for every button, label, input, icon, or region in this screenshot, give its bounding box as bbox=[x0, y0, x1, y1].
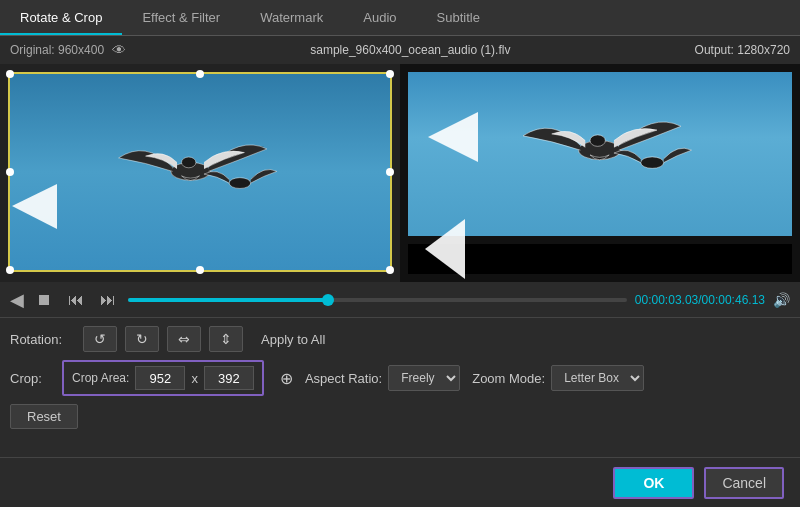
original-resolution: Original: 960x400 bbox=[10, 43, 104, 57]
tab-effect-filter[interactable]: Effect & Filter bbox=[122, 2, 240, 35]
rotate-right-btn[interactable]: ↻ bbox=[125, 326, 159, 352]
crop-area-label: Crop Area: bbox=[72, 371, 129, 385]
tab-audio[interactable]: Audio bbox=[343, 2, 416, 35]
progress-thumb[interactable] bbox=[322, 294, 334, 306]
svg-point-4 bbox=[590, 135, 605, 146]
filename: sample_960x400_ocean_audio (1).flv bbox=[310, 43, 510, 57]
transport-bar: ◀ ⏹ ⏮ ⏭ 00:00:03.03/00:00:46.13 🔊 bbox=[0, 282, 800, 318]
output-resolution: Output: 1280x720 bbox=[695, 43, 790, 57]
tab-rotate-crop[interactable]: Rotate & Crop bbox=[0, 2, 122, 35]
arrow-left-side bbox=[2, 184, 57, 232]
crop-width-spinbox[interactable] bbox=[135, 366, 185, 390]
progress-bar[interactable] bbox=[128, 298, 627, 302]
aspect-ratio-group: Aspect Ratio: Freely bbox=[305, 365, 460, 391]
apply-to-all-btn[interactable]: Apply to All bbox=[261, 332, 325, 347]
crop-row: Crop: Crop Area: x ⊕ Aspect Ratio: Freel… bbox=[10, 360, 790, 396]
ok-button[interactable]: OK bbox=[613, 467, 694, 499]
svg-marker-8 bbox=[425, 219, 465, 279]
svg-marker-9 bbox=[12, 184, 57, 229]
bird-right bbox=[446, 88, 753, 203]
info-bar: Original: 960x400 👁 sample_960x400_ocean… bbox=[0, 36, 800, 64]
zoom-mode-group: Zoom Mode: Letter Box bbox=[472, 365, 644, 391]
preview-left bbox=[0, 64, 400, 282]
zoom-mode-select[interactable]: Letter Box bbox=[551, 365, 644, 391]
rotation-label: Rotation: bbox=[10, 332, 75, 347]
bottom-bar: OK Cancel bbox=[0, 457, 800, 507]
x-separator: x bbox=[191, 371, 198, 386]
tab-subtitle[interactable]: Subtitle bbox=[417, 2, 500, 35]
flip-vertical-btn[interactable]: ⇕ bbox=[209, 326, 243, 352]
arrow-bottom-left bbox=[405, 219, 465, 282]
rotation-row: Rotation: ↺ ↻ ⇔ ⇕ Apply to All bbox=[10, 326, 790, 352]
tab-watermark[interactable]: Watermark bbox=[240, 2, 343, 35]
zoom-mode-label: Zoom Mode: bbox=[472, 371, 545, 386]
aspect-ratio-select[interactable]: Freely bbox=[388, 365, 460, 391]
progress-fill bbox=[128, 298, 328, 302]
aspect-ratio-label: Aspect Ratio: bbox=[305, 371, 382, 386]
reset-row: Reset bbox=[10, 404, 790, 429]
cancel-button[interactable]: Cancel bbox=[704, 467, 784, 499]
prev-btn[interactable]: ⏮ bbox=[64, 289, 88, 311]
flip-horizontal-btn[interactable]: ⇔ bbox=[167, 326, 201, 352]
preview-black-bar bbox=[408, 244, 792, 274]
crop-height-spinbox[interactable] bbox=[204, 366, 254, 390]
arrow-top-left bbox=[408, 112, 478, 165]
center-crop-icon[interactable]: ⊕ bbox=[280, 369, 293, 388]
crop-height-input[interactable] bbox=[204, 366, 254, 390]
crop-width-input[interactable] bbox=[135, 366, 185, 390]
preview-area bbox=[0, 64, 800, 282]
next-btn[interactable]: ⏭ bbox=[96, 289, 120, 311]
time-display: 00:00:03.03/00:00:46.13 bbox=[635, 293, 765, 307]
arrow-transport: ◀ bbox=[10, 289, 24, 311]
stop-btn[interactable]: ⏹ bbox=[32, 289, 56, 311]
crop-label: Crop: bbox=[10, 371, 50, 386]
crop-area-box: Crop Area: x bbox=[62, 360, 264, 396]
tab-bar: Rotate & Crop Effect & Filter Watermark … bbox=[0, 0, 800, 36]
svg-point-5 bbox=[641, 157, 664, 168]
reset-btn[interactable]: Reset bbox=[10, 404, 78, 429]
eye-icon[interactable]: 👁 bbox=[112, 42, 126, 58]
controls-area: Rotation: ↺ ↻ ⇔ ⇕ Apply to All Crop: Cro… bbox=[0, 318, 800, 437]
rotate-left-btn[interactable]: ↺ bbox=[83, 326, 117, 352]
volume-icon[interactable]: 🔊 bbox=[773, 292, 790, 308]
